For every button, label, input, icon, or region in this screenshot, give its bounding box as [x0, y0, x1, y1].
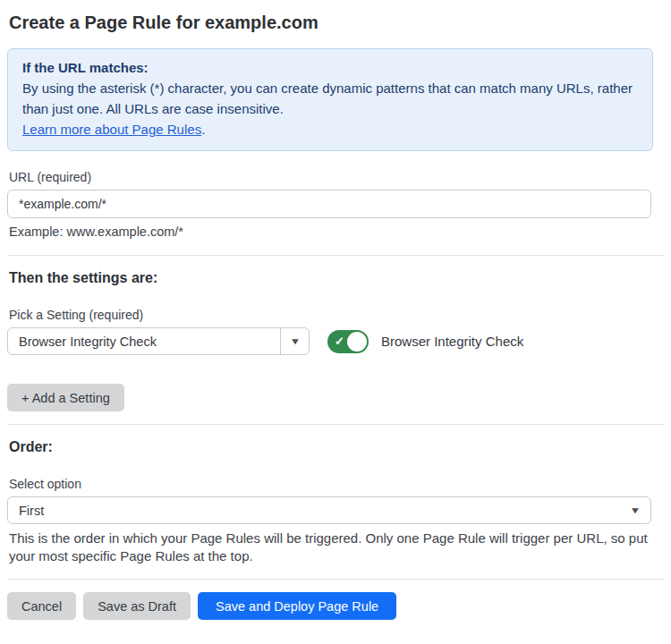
- page-title: Create a Page Rule for example.com: [7, 13, 664, 33]
- pick-setting-label: Pick a Setting (required): [7, 308, 664, 322]
- chevron-down-icon: ▼: [630, 505, 641, 515]
- divider: [7, 255, 664, 256]
- url-label: URL (required): [7, 170, 664, 184]
- url-input[interactable]: [7, 190, 651, 218]
- learn-more-page-rules-link[interactable]: Learn more about Page Rules: [22, 122, 201, 137]
- chevron-down-icon: ▼: [289, 336, 301, 346]
- save-and-deploy-button[interactable]: Save and Deploy Page Rule: [198, 592, 396, 620]
- toggle-label: Browser Integrity Check: [381, 334, 523, 349]
- order-select-label: Select option: [7, 477, 664, 491]
- create-page-rule-form: Create a Page Rule for example.com If th…: [0, 0, 671, 620]
- setting-dropdown[interactable]: Browser Integrity Check ▼: [7, 327, 310, 355]
- order-select-value: First: [19, 504, 631, 518]
- divider: [7, 579, 664, 580]
- divider: [7, 424, 664, 425]
- footer-actions: Cancel Save as Draft Save and Deploy Pag…: [7, 592, 664, 620]
- cancel-button[interactable]: Cancel: [7, 592, 76, 620]
- setting-dropdown-arrow-button[interactable]: ▼: [280, 328, 309, 354]
- checkmark-icon: ✓: [335, 335, 344, 347]
- order-section-heading: Order:: [7, 439, 664, 455]
- info-box-body: By using the asterisk (*) character, you…: [22, 78, 638, 119]
- setting-row: Browser Integrity Check ▼ ✓ Browser Inte…: [7, 327, 664, 355]
- order-helper-text: This is the order in which your Page Rul…: [7, 530, 664, 564]
- url-helper-text: Example: www.example.com/*: [7, 224, 664, 241]
- setting-dropdown-value: Browser Integrity Check: [8, 328, 280, 354]
- add-setting-button[interactable]: + Add a Setting: [7, 384, 124, 411]
- link-suffix-text: .: [201, 122, 205, 137]
- toggle-knob: [347, 332, 367, 352]
- save-as-draft-button[interactable]: Save as Draft: [83, 592, 191, 620]
- toggle-group: ✓ Browser Integrity Check: [327, 330, 523, 353]
- browser-integrity-toggle[interactable]: ✓: [327, 330, 369, 353]
- order-select[interactable]: First ▼: [7, 496, 651, 524]
- url-match-info-box: If the URL matches: By using the asteris…: [7, 48, 653, 151]
- info-box-link-row: Learn more about Page Rules.: [22, 119, 638, 140]
- settings-section-heading: Then the settings are:: [7, 270, 664, 286]
- info-box-heading: If the URL matches:: [22, 58, 638, 78]
